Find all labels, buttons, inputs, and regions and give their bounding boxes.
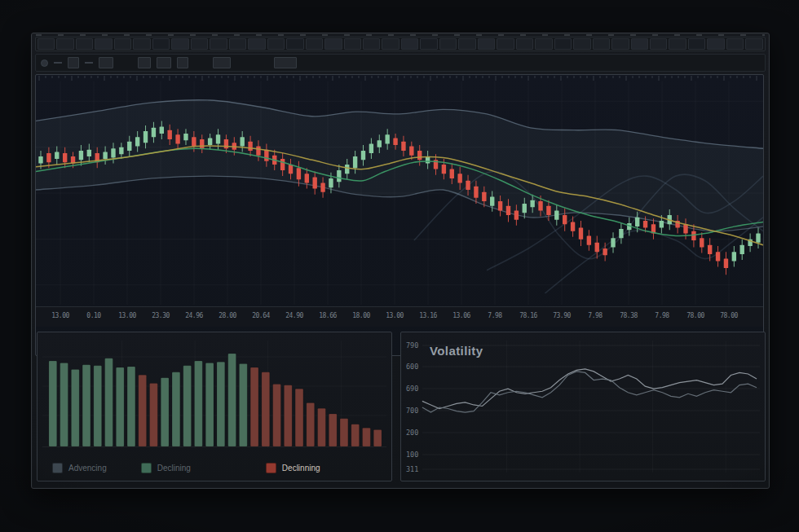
divider-dash	[54, 62, 62, 64]
tab[interactable]	[38, 38, 55, 50]
tab[interactable]	[420, 38, 437, 50]
app-window: 13.000.1013.0023.3024.9628.0020.6424.901…	[31, 33, 770, 489]
tab[interactable]	[535, 38, 552, 50]
legend-label: Declinning	[282, 464, 320, 473]
legend-item-declining[interactable]: Declining	[141, 463, 191, 473]
x-axis-label: 7.98	[583, 312, 607, 319]
toolbar-button-7[interactable]	[274, 57, 297, 68]
toolbar-button-3[interactable]	[138, 57, 151, 68]
legend-label: Declining	[157, 464, 191, 473]
tab[interactable]	[382, 38, 399, 50]
y-axis-label: 600	[406, 363, 418, 371]
tab[interactable]	[114, 38, 131, 50]
divider-dash	[85, 62, 93, 64]
tab[interactable]	[133, 38, 150, 50]
x-axis-label: 20.64	[249, 312, 273, 319]
toolbar-button-1[interactable]	[68, 57, 79, 68]
advancing-swatch-icon	[52, 463, 63, 473]
declining-swatch-icon	[141, 463, 152, 473]
tab[interactable]	[516, 38, 533, 50]
x-axis-label: 23.30	[148, 312, 173, 319]
tab[interactable]	[210, 38, 227, 50]
x-axis-label: 18.66	[316, 312, 340, 319]
x-axis-label: 73.90	[550, 312, 574, 319]
y-axis-label: 790	[406, 341, 418, 350]
tab[interactable]	[745, 38, 762, 50]
tab[interactable]	[324, 38, 342, 50]
toolbar-button-2[interactable]	[99, 57, 113, 68]
tab[interactable]	[611, 38, 629, 50]
x-axis-label: 24.90	[282, 312, 307, 319]
x-axis-label: 13.00	[48, 312, 73, 319]
record-dot-icon[interactable]	[41, 59, 48, 67]
x-axis-label: 24.96	[182, 312, 206, 319]
x-axis-label: 18.00	[349, 312, 373, 319]
tab[interactable]	[286, 38, 303, 50]
x-axis-label: 13.16	[416, 312, 440, 319]
tab[interactable]	[478, 38, 495, 50]
tab-strip	[35, 37, 766, 51]
tab[interactable]	[56, 38, 73, 50]
x-axis-label: 13.00	[115, 312, 139, 319]
market-breadth-panel: Advencing Declining Declinning	[37, 332, 392, 481]
volatility-panel: 790600690700200100311 Volatility	[400, 332, 766, 481]
toolbar-button-6[interactable]	[213, 57, 231, 68]
y-axis-label: 700	[406, 407, 418, 415]
tab[interactable]	[267, 38, 285, 50]
volatility-title: Volatility	[430, 344, 483, 358]
tab[interactable]	[306, 38, 323, 50]
tab[interactable]	[401, 38, 418, 50]
x-axis-label: 28.00	[215, 312, 240, 319]
breadth-legend: Advencing Declining Declinning	[38, 461, 320, 474]
tab[interactable]	[631, 38, 648, 50]
tab[interactable]	[439, 38, 457, 50]
x-axis-label: 78.00	[683, 312, 708, 319]
toolbar-button-4[interactable]	[157, 57, 171, 68]
toolbar	[35, 54, 766, 72]
tab[interactable]	[152, 38, 170, 50]
tab[interactable]	[458, 38, 475, 50]
tab[interactable]	[363, 38, 380, 50]
tab[interactable]	[344, 38, 361, 50]
x-axis-label: 13.00	[382, 312, 407, 319]
x-axis-label: 7.98	[483, 312, 507, 319]
breadth-bar-chart[interactable]	[38, 332, 391, 456]
toolbar-button-5[interactable]	[177, 57, 188, 68]
x-axis-label: 78.00	[717, 312, 741, 319]
x-axis: 13.000.1013.0023.3024.9628.0020.6424.901…	[36, 306, 763, 327]
tab[interactable]	[191, 38, 208, 50]
x-axis-label: 78.38	[616, 312, 641, 319]
y-axis-label: 100	[406, 451, 418, 459]
declinning-swatch-icon	[266, 463, 276, 473]
y-axis-label: 311	[406, 465, 418, 473]
tab[interactable]	[726, 38, 744, 50]
x-axis-label: 78.16	[516, 312, 541, 319]
legend-item-advancing[interactable]: Advencing	[52, 463, 107, 473]
legend-item-declinning[interactable]: Declinning	[266, 463, 320, 473]
tab[interactable]	[229, 38, 246, 50]
y-axis-label: 690	[406, 385, 418, 393]
tab[interactable]	[248, 38, 265, 50]
tab[interactable]	[573, 38, 590, 50]
tab[interactable]	[171, 38, 188, 50]
tab[interactable]	[650, 38, 667, 50]
legend-label: Advencing	[68, 464, 107, 473]
x-axis-label: 7.98	[650, 312, 674, 319]
tab[interactable]	[707, 38, 724, 50]
price-chart-panel: 13.000.1013.0023.3024.9628.0020.6424.901…	[35, 74, 764, 356]
tab[interactable]	[497, 38, 514, 50]
tab[interactable]	[669, 38, 686, 50]
candlestick-chart[interactable]	[36, 75, 763, 305]
x-axis-label: 13.06	[449, 312, 474, 319]
tab[interactable]	[688, 38, 705, 50]
tab[interactable]	[95, 38, 112, 50]
tab[interactable]	[554, 38, 572, 50]
tab[interactable]	[593, 38, 610, 50]
y-axis-label: 200	[406, 429, 418, 437]
tab[interactable]	[76, 38, 93, 50]
x-axis-label: 0.10	[82, 312, 106, 319]
